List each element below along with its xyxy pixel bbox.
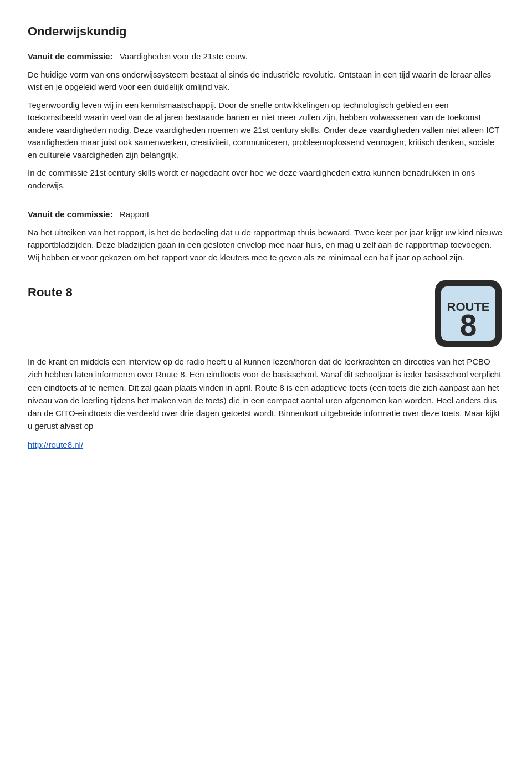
route8-badge: ROUTE 8 [432,278,504,350]
section-vaardigheden: Vanuit de commissie: Vaardigheden voor d… [28,50,504,192]
svg-text:8: 8 [460,308,477,342]
rapport-heading-prefix: Vanuit de commissie: [28,209,112,219]
route8-content: In de krant en middels een interview op … [28,355,504,451]
heading-rapport: Vanuit de commissie: Rapport [28,208,504,221]
para-route8: In de krant en middels een interview op … [28,355,504,433]
section-route8: Route 8 ROUTE 8 In de krant en midd [28,283,504,451]
section-heading-prefix: Vanuit de commissie: [28,52,112,61]
para-commissie: In de commissie 21st century skills word… [28,167,504,192]
route8-title: Route 8 [28,283,421,301]
route8-header: Route 8 ROUTE 8 [28,283,504,350]
para-industrie: De huidige vorm van ons onderwijssysteem… [28,69,504,94]
heading-vaardigheden: Vanuit de commissie: Vaardigheden voor d… [28,50,504,63]
route8-link[interactable]: http://route8.nl/ [28,440,83,449]
para-kennismaatschappij: Tegenwoordig leven wij in een kennismaat… [28,99,504,162]
section-rapport: Vanuit de commissie: Rapport Na het uitr… [28,208,504,264]
para-rapport: Na het uitreiken van het rapport, is het… [28,227,504,264]
page-container: Onderwijskundig Vanuit de commissie: Vaa… [28,22,504,451]
page-title: Onderwijskundig [28,22,504,40]
